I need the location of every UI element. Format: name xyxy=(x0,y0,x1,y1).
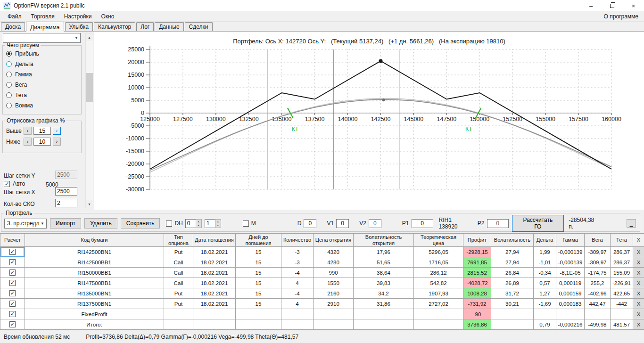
svg-text:160000: 160000 xyxy=(602,116,621,122)
cell-vol: 31,72 xyxy=(491,288,534,299)
menu-trading[interactable]: Торговля xyxy=(26,12,59,21)
menu-settings[interactable]: Настройки xyxy=(59,12,97,21)
svg-text:25000: 25000 xyxy=(128,46,144,53)
menu-file[interactable]: Файл xyxy=(3,12,26,21)
import-button[interactable]: Импорт xyxy=(50,218,81,229)
cell-delta: -1,69 xyxy=(534,299,556,309)
row-checkbox[interactable]: ✓ xyxy=(9,249,16,255)
cell-days: 15 xyxy=(236,299,281,309)
radio-vega[interactable]: Вега xyxy=(3,80,81,90)
cell-code: RI137500BN1 xyxy=(25,299,164,309)
expiration-peak-marker xyxy=(379,59,383,63)
tab-board[interactable]: Доска xyxy=(1,22,25,31)
auto-checkbox[interactable]: ✓ Авто xyxy=(4,180,25,187)
grid-x-input[interactable] xyxy=(55,187,77,196)
cell-theo-price xyxy=(414,319,463,330)
spin-up-icon[interactable]: ▲ xyxy=(196,220,201,224)
m-label: М xyxy=(251,220,256,227)
sko-input[interactable] xyxy=(55,199,77,207)
row-checkbox[interactable]: ✓ xyxy=(9,259,16,265)
tab-diagram[interactable]: Диаграмма xyxy=(26,22,64,32)
cell-theta: 481,57 xyxy=(611,319,633,330)
svg-text:15000: 15000 xyxy=(128,72,144,78)
tab-smile[interactable]: Улыбка xyxy=(65,22,93,31)
remove-row-button[interactable]: X xyxy=(633,288,644,299)
collapse-button[interactable]: _ xyxy=(627,219,636,228)
scroll-up-button[interactable]: ▲ xyxy=(86,33,93,41)
close-button[interactable]: × xyxy=(623,0,644,11)
cell-theo-price: 1716,05 xyxy=(414,257,463,268)
menubar: ФайлТорговляНастройкиОкно О программе xyxy=(0,11,644,22)
cell-gamma: -0,000139 xyxy=(556,257,585,268)
row-checkbox[interactable]: ✓ xyxy=(9,290,16,296)
row-checkbox[interactable]: ✓ xyxy=(9,311,16,317)
restore-button[interactable] xyxy=(602,0,623,11)
remove-row-button[interactable]: X xyxy=(633,257,644,268)
row-checkbox[interactable]: ✓ xyxy=(9,321,16,327)
radio-theta[interactable]: Тета xyxy=(3,90,81,100)
scroll-down-button[interactable]: ▼ xyxy=(86,200,93,208)
dh-label: DH xyxy=(174,220,182,227)
menu-about[interactable]: О программе xyxy=(604,13,644,20)
scroll-track[interactable] xyxy=(86,41,93,200)
panel-combobox[interactable]: ▼ xyxy=(3,33,81,43)
above-decrease-button[interactable]: ‹ xyxy=(24,127,32,135)
tab-data[interactable]: Данные xyxy=(155,22,183,31)
p1-input[interactable] xyxy=(412,219,433,228)
remove-row-button[interactable]: X xyxy=(633,247,644,257)
dh-value-1-input[interactable] xyxy=(185,219,196,228)
row-checkbox[interactable]: ✓ xyxy=(9,301,16,307)
d-input[interactable] xyxy=(304,219,316,228)
remove-row-button[interactable]: X xyxy=(633,278,644,288)
radio-icon xyxy=(6,51,12,57)
cell-date: 18.02.2021 xyxy=(193,257,236,268)
below-increase-button[interactable]: › xyxy=(53,138,61,146)
column-header-volatility: Волатильность xyxy=(491,234,534,247)
column-header-delete[interactable]: X xyxy=(633,234,644,247)
m-checkbox[interactable]: М xyxy=(243,220,256,227)
v1-input[interactable] xyxy=(336,219,349,228)
remove-row-button[interactable]: X xyxy=(633,268,644,278)
spin-down-icon[interactable]: ▼ xyxy=(215,223,221,228)
portfolio-preset-combobox[interactable]: 3. пр.стредл ▼ xyxy=(4,219,47,229)
tab-calculator[interactable]: Калькулятор xyxy=(94,22,135,31)
below-decrease-button[interactable]: ‹ xyxy=(24,138,32,146)
above-percent-input[interactable] xyxy=(33,127,51,135)
cell-delta: -1,01 xyxy=(534,257,556,268)
remove-row-button[interactable]: X xyxy=(633,299,644,309)
dh-value-2-input[interactable] xyxy=(205,219,215,228)
panel-scrollbar[interactable]: ▲ ▼ xyxy=(85,33,93,208)
row-checkbox[interactable]: ✓ xyxy=(9,280,16,286)
cell-date xyxy=(193,319,236,330)
above-increase-button[interactable]: › xyxy=(53,127,61,135)
column-header-theta: Тета xyxy=(611,234,633,247)
tab-log[interactable]: Лог xyxy=(136,22,154,31)
remove-row-button[interactable]: X xyxy=(633,309,644,319)
titlebar: OptionFW версия 2.1 public – × xyxy=(0,0,644,11)
tab-trades[interactable]: Сделки xyxy=(185,22,213,31)
spin-up-icon[interactable]: ▲ xyxy=(215,220,221,224)
dh-spinner-1[interactable]: ▲ ▼ xyxy=(185,219,202,228)
scroll-thumb[interactable] xyxy=(86,73,93,102)
checkbox-icon xyxy=(166,220,172,227)
save-button[interactable]: Сохранить xyxy=(121,218,160,229)
row-checkbox[interactable]: ✓ xyxy=(9,270,16,276)
cell-theo-price xyxy=(414,309,463,319)
radio-delta[interactable]: Дельта xyxy=(3,59,81,69)
minimize-button[interactable]: – xyxy=(580,0,602,11)
radio-gamma[interactable]: Гамма xyxy=(3,69,81,80)
calculate-go-button[interactable]: Рассчитать ГО xyxy=(512,215,564,232)
delete-portfolio-button[interactable]: Удалить xyxy=(84,218,117,229)
svg-text:147500: 147500 xyxy=(437,116,456,122)
dh-checkbox[interactable]: DH xyxy=(166,220,182,227)
svg-text:130000: 130000 xyxy=(206,116,226,122)
spinner-arrows[interactable]: ▲ ▼ xyxy=(196,219,202,228)
dh-spinner-2[interactable]: ▲ ▼ xyxy=(205,219,221,228)
spin-down-icon[interactable]: ▼ xyxy=(196,223,201,228)
below-percent-input[interactable] xyxy=(33,138,51,146)
remove-row-button[interactable]: X xyxy=(633,319,644,330)
spinner-arrows[interactable]: ▲ ▼ xyxy=(215,219,221,228)
radio-profit[interactable]: Прибыль xyxy=(3,49,81,59)
radio-vomma[interactable]: Вомма xyxy=(3,100,81,111)
menu-window[interactable]: Окно xyxy=(97,12,119,21)
